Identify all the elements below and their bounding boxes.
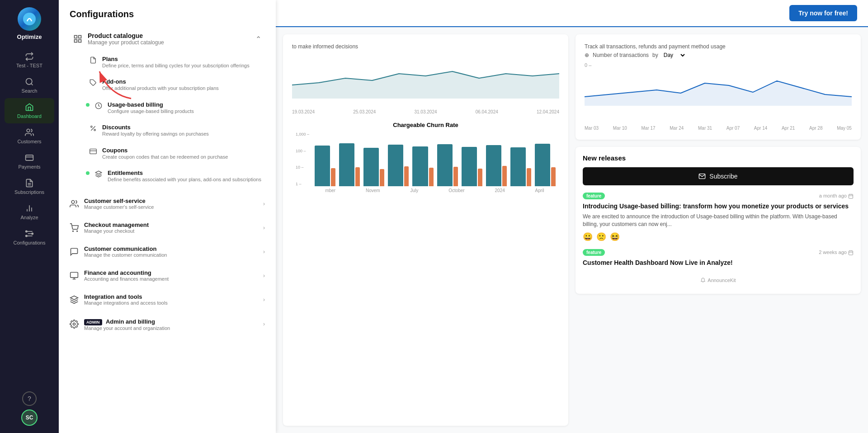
integration-tools-section[interactable]: Integration and tools Manage integration…: [62, 288, 272, 311]
addons-item[interactable]: Add-ons Offer additional products with y…: [82, 74, 269, 96]
try-now-button[interactable]: Try now for free!: [789, 5, 857, 21]
plans-item[interactable]: Plans Define price, terms and billing cy…: [82, 51, 269, 74]
checkout-management-title: Checkout management: [84, 221, 149, 228]
bar-orange-2: [355, 167, 360, 186]
left-chart: [292, 53, 559, 108]
dashboard-grid: to make informed decisions 19.03.2024 25…: [276, 27, 868, 433]
customer-self-service-arrow: ›: [263, 201, 265, 207]
transactions-chart: [585, 70, 852, 124]
svg-rect-40: [849, 251, 853, 255]
finance-accounting-arrow: ›: [263, 273, 265, 279]
sidebar-item-configurations-label: Configurations: [14, 240, 46, 245]
admin-billing-section[interactable]: ADMIN Admin and billing Manage your acco…: [62, 312, 272, 336]
emoji-sad[interactable]: 🙁: [596, 232, 606, 242]
product-catalogue-section: Product catalogue Manage your product ca…: [59, 27, 276, 188]
subscriptions-icon: [25, 179, 34, 188]
finance-accounting-section[interactable]: Finance and accounting Accounting and fi…: [62, 264, 272, 287]
addons-text: Add-ons Offer additional products with y…: [102, 78, 219, 92]
sidebar-item-dashboard-label: Dashboard: [17, 113, 42, 119]
svg-line-2: [31, 84, 33, 85]
product-catalogue-header[interactable]: Product catalogue Manage your product ca…: [66, 27, 269, 51]
app-logo[interactable]: [18, 7, 41, 31]
user-avatar[interactable]: SC: [21, 409, 38, 426]
customer-communication-icon: [70, 247, 79, 256]
customer-communication-section[interactable]: Customer communication Manage the custom…: [62, 240, 272, 263]
finance-accounting-subtitle: Accounting and finances management: [84, 276, 169, 282]
sidebar-item-subscriptions[interactable]: Subscriptions: [5, 174, 54, 199]
sidebar-item-search-label: Search: [22, 88, 38, 94]
bar-group-10: [535, 144, 556, 186]
bar-teal-1: [315, 146, 330, 186]
bar-orange-10: [551, 167, 556, 186]
home-icon: [25, 103, 34, 112]
svg-point-1: [26, 79, 32, 85]
bar-orange-4: [404, 166, 409, 186]
finance-accounting-left: Finance and accounting Accounting and fi…: [70, 269, 169, 282]
sidebar-item-payments[interactable]: Payments: [5, 149, 54, 174]
customer-communication-left: Customer communication Manage the custom…: [70, 245, 167, 258]
emoji-reactions-1[interactable]: 😀 🙁 😆: [583, 232, 854, 242]
chevron-down-icon: ⌃: [255, 35, 261, 43]
bar-orange-3: [380, 169, 384, 186]
churn-chart-title: Chargeable Churn Rate: [292, 122, 559, 128]
period-select[interactable]: Day Week Month: [662, 52, 686, 59]
svg-rect-17: [75, 36, 77, 38]
checkout-management-icon: [70, 223, 79, 232]
plans-subtitle: Define price, terms and billing cycles f…: [102, 62, 250, 69]
sidebar-item-test[interactable]: Test - TEST: [5, 47, 54, 73]
sidebar: Optimize Test - TEST Search Dashboard Cu…: [0, 0, 59, 433]
integration-tools-left: Integration and tools Manage integration…: [70, 293, 168, 306]
svg-line-23: [91, 127, 95, 131]
emoji-laugh[interactable]: 😆: [610, 232, 620, 242]
payments-icon: [25, 153, 34, 162]
coupons-subtitle: Create coupon codes that can be redeemed…: [102, 154, 228, 160]
sidebar-item-analyze[interactable]: Analyze: [5, 199, 54, 225]
customer-self-service-subtitle: Manage customer's self-service: [84, 204, 154, 210]
bar-orange-5: [429, 168, 434, 186]
bar-teal-2: [339, 143, 354, 186]
sidebar-item-search[interactable]: Search: [5, 73, 54, 98]
transactions-chart-card: Track all transactions, refunds and paym…: [576, 34, 861, 140]
subscribe-button[interactable]: Subscribe: [583, 167, 854, 185]
bar-teal-4: [388, 145, 403, 186]
help-button[interactable]: ?: [22, 391, 37, 406]
sidebar-item-configurations[interactable]: Configurations: [5, 225, 54, 250]
bar-orange-7: [478, 169, 482, 186]
checkout-management-section[interactable]: Checkout management Manage your checkout…: [62, 216, 272, 239]
coupons-item[interactable]: Coupons Create coupon codes that can be …: [82, 142, 269, 165]
discounts-item[interactable]: Discounts Reward loyalty by offering sav…: [82, 119, 269, 142]
y-axis-labels: 1,000 – 100 – 10 – 1 –: [296, 132, 311, 186]
bar-teal-5: [412, 146, 428, 186]
transactions-x-labels: Mar 03 Mar 10 Mar 17 Mar 24 Mar 31 Apr 0…: [585, 126, 852, 131]
left-chart-subtitle: to make informed decisions: [292, 43, 559, 50]
svg-point-25: [94, 129, 95, 131]
entitlements-dot: [86, 171, 90, 175]
help-icon: ?: [28, 395, 31, 402]
usage-billing-subtitle: Configure usage-based billing products: [108, 108, 194, 115]
sidebar-item-dashboard[interactable]: Dashboard: [5, 98, 54, 123]
emoji-happy[interactable]: 😀: [583, 232, 593, 242]
coupons-title: Coupons: [102, 147, 228, 154]
finance-accounting-icon: [70, 271, 79, 280]
customer-self-service-section[interactable]: Customer self-service Manage customer's …: [62, 192, 272, 215]
sidebar-item-subscriptions-label: Subscriptions: [14, 189, 44, 195]
bar-teal-3: [363, 148, 379, 186]
svg-point-29: [73, 231, 74, 232]
config-panel: Configurations Product catalogue Manage …: [59, 0, 276, 433]
usage-billing-item[interactable]: Usage-based billing Configure usage-base…: [82, 97, 269, 119]
sidebar-item-customers-label: Customers: [17, 139, 41, 144]
release-time-1: a month ago: [819, 193, 854, 199]
dashboard-background: Try now for free! to make informed decis…: [276, 0, 868, 433]
bar-group-1: [315, 146, 335, 186]
calendar-icon-1: [848, 193, 854, 199]
entitlements-item[interactable]: Entitlements Define benefits associated …: [82, 165, 269, 188]
sidebar-item-customers[interactable]: Customers: [5, 123, 54, 149]
avatar-initials: SC: [26, 414, 33, 421]
svg-point-3: [27, 129, 30, 132]
discounts-title: Discounts: [102, 124, 209, 131]
release-time-2: 2 weeks ago: [819, 249, 854, 255]
usage-billing-title: Usage-based billing: [108, 101, 194, 108]
plus-icon: ⊕: [585, 52, 589, 58]
left-chart-labels: 19.03.2024 25.03.2024 31.03.2024 06.04.2…: [292, 109, 559, 114]
bar-group-7: [462, 147, 482, 186]
